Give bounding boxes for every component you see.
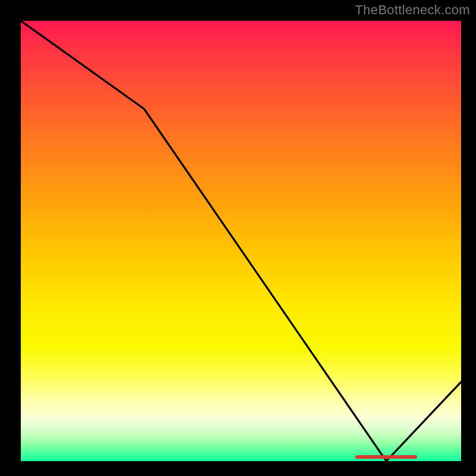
chart-canvas: TheBottleneck.com [0,0,476,476]
highlight-segment [355,455,417,459]
plot-area [18,18,464,464]
attribution-label: TheBottleneck.com [355,2,470,18]
bottleneck-line [21,21,461,461]
